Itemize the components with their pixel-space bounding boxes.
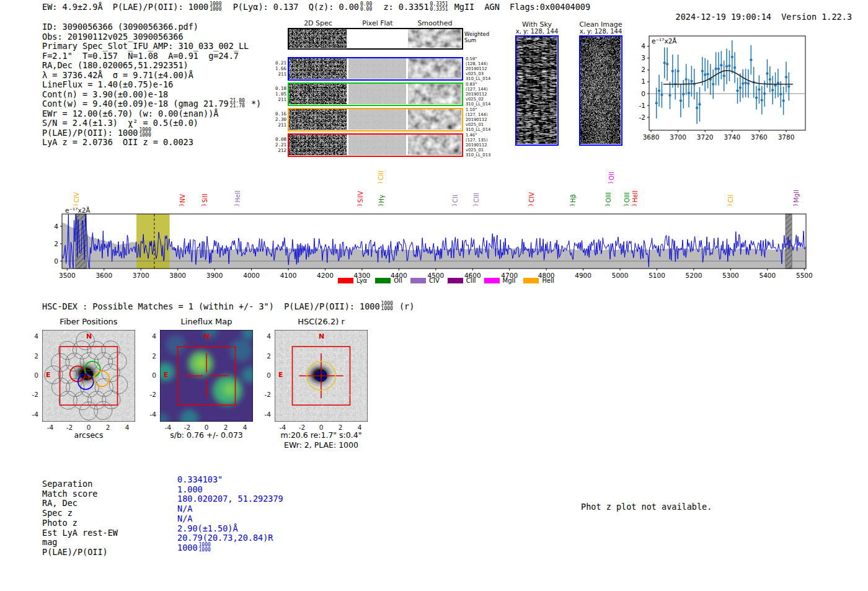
info-line-1: Obs: 20190112v025_3090056366 — [42, 32, 261, 42]
emission-line-label-OIII: OIII} — [604, 182, 613, 207]
svg-text:4000: 4000 — [243, 272, 260, 279]
emission-line-label-CIV: CIV} — [527, 182, 536, 207]
info-line-8-fraction: 21.8021.78 — [230, 99, 245, 109]
legend-item-CIV: CIV — [410, 277, 440, 284]
spec2d-image-noise — [289, 135, 347, 155]
report-header-meta: 2024-12-19 19:00:14 Version 1.22.3 — [655, 2, 852, 32]
svg-text:4200: 4200 — [317, 272, 334, 279]
emission-line-label-NV: NV} — [178, 182, 187, 207]
emission-line-label-HeII: HeII} — [631, 182, 639, 207]
header-text: P(Lyα): 0.137 Q(z): 0.00 — [223, 2, 358, 12]
info-line-12-text: LyA z = 2.0736 OII z = 0.0023 — [42, 137, 193, 147]
info-line-7-text: Cont(n) = 3.90(±0.00)e-18 — [42, 89, 168, 99]
info-line-8: Cont(w) = 9.40(±0.09)e-18 (gmag 21.7921.… — [42, 99, 261, 109]
svg-text:2: 2 — [641, 66, 645, 73]
svg-text:0: 0 — [54, 257, 58, 265]
info-line-2-text: Primary Spec_Slot_IFU_AMP: 310_033_002_L… — [42, 41, 249, 51]
spectrum-units-annotation: e⁻¹⁷x2Å — [65, 207, 91, 214]
detection-info-block: ID: 3090056366 (3090056366.pdf)Obs: 2019… — [42, 22, 261, 148]
spec2d-row-left-label: 0.162.30211 — [270, 111, 286, 128]
legend-swatch — [484, 278, 500, 283]
hsc-panel-image — [275, 330, 368, 422]
match-table-label-4: Photo z — [42, 518, 118, 528]
svg-text:3700: 3700 — [133, 272, 149, 279]
legend-item-OII: OII — [375, 277, 402, 284]
info-line-9: EWr = 12.00(±6.70) (w: 0.00(±nan))Å — [42, 109, 261, 119]
header-fraction: 0.000.00 — [360, 2, 372, 12]
svg-text:4900: 4900 — [575, 272, 591, 279]
match-value-6-text: 20.79(20.73,20.84)R — [177, 533, 273, 543]
info-line-2: Primary Spec_Slot_IFU_AMP: 310_033_002_L… — [42, 42, 261, 51]
info-line-8-text: Cont(w) = 9.40(±0.09)e-18 (gmag 21.79 — [42, 99, 229, 109]
lineflux-panel-image — [160, 330, 253, 422]
svg-text:5000: 5000 — [612, 272, 629, 279]
spec2d-image-smooth — [408, 58, 461, 79]
info-line-4-text: RA,Dec (180.020065,51.292351) — [42, 60, 188, 70]
svg-text:0: 0 — [641, 90, 645, 97]
emission-line-label-CII: CII} — [451, 182, 459, 207]
east-label: E — [278, 371, 283, 379]
lineflux-xlabel: s/b: 0.76 +/- 0.073 — [151, 430, 262, 440]
match-table-value-2: 180.020207, 51.292379 — [177, 494, 283, 504]
spec2d-image-flat — [348, 135, 406, 155]
cutout-ytick: 4 — [260, 332, 271, 340]
info-line-5: λ = 3736.42Å σ = 9.71(±4.00)Å — [42, 71, 261, 81]
match-value-5-text: 2.90(±1.50)Å — [177, 523, 238, 533]
info-line-3-text: F=2.1" T=0.157 N=1.08 A=0.91 g=24.7 — [42, 51, 239, 61]
svg-text:3900: 3900 — [206, 272, 223, 279]
cutout-ytick: 2 — [27, 352, 38, 360]
info-line-11-text: P(LAE)/P(OII): 1000 — [42, 128, 138, 138]
spec2d-image-noise — [289, 84, 347, 104]
header-text: EW: 4.9±2.9Å P(LAE)/P(OII): 1000 — [42, 2, 208, 12]
north-label: N — [204, 332, 210, 340]
svg-text:-2: -2 — [639, 113, 645, 121]
info-line-8-text: *) — [246, 99, 261, 109]
svg-text:3760: 3760 — [751, 133, 768, 141]
match-table-value-0: 0.334103" — [177, 475, 283, 485]
spec2d-col-header-2: Pixel Flat — [348, 19, 407, 27]
spec2d-image-smooth — [408, 109, 461, 130]
header-fraction: 0.33510.3351 — [430, 2, 448, 12]
spec2d-row-right-label: 0.59"(128, 144)20190112v025_03310_LL_014 — [466, 56, 497, 81]
legend-swatch — [410, 278, 426, 283]
svg-text:3: 3 — [641, 54, 645, 61]
spec2d-image-noise — [289, 29, 347, 48]
svg-text:3800: 3800 — [169, 272, 186, 279]
legend-label: MgII — [503, 277, 516, 284]
legend-item-Lyα: Lyα — [338, 277, 367, 284]
svg-text:5400: 5400 — [760, 272, 776, 279]
cutout-ytick: -4 — [27, 411, 38, 418]
match-table-value-7: 100010001000 — [177, 543, 283, 553]
info-line-0-text: ID: 3090056366 (3090056366.pdf) — [42, 22, 198, 32]
spec2d-image-smooth — [408, 29, 461, 48]
fiber-positions-title: Fiber Positions — [42, 317, 135, 326]
spec2d-row-right-label: 1.10"(127, 144)20190112v025_01310_LL_014 — [466, 107, 497, 132]
hsc-dex-match-line: HSC-DEX : Possible Matches = 1 (within +… — [42, 301, 414, 312]
spec2d-image-flat — [348, 29, 406, 48]
info-line-10-text: S/N = 2.4(±1.3) χ² = 0.5(±0.0) — [42, 118, 198, 128]
match-table-value-5: 2.90(±1.50)Å — [177, 524, 283, 534]
emission-line-label-SiIV: SiIV} — [356, 182, 365, 207]
match-table-label-5: Est LyA rest-EW — [42, 528, 118, 538]
fiber-panel-image — [42, 330, 135, 422]
emission-line-label-CIII: CIII} — [472, 182, 480, 207]
match-table-value-3: N/A — [177, 504, 283, 514]
match-value-2-text: 180.020207, 51.292379 — [177, 494, 283, 504]
match-value-7-text: 1000 — [177, 543, 198, 553]
match-table-label-3: Spec z — [42, 509, 118, 518]
legend-label: Lyα — [356, 277, 367, 284]
spec2d-image-flat — [348, 84, 406, 104]
cutout-ytick: 2 — [260, 352, 271, 360]
legend-item-MgII: MgII — [484, 277, 516, 284]
spec2d-row-right-label: 1.46"(127, 135)20190112v025_01310_LL_013 — [466, 133, 497, 158]
cutout-ytick: 2 — [145, 352, 156, 360]
east-label: E — [46, 371, 51, 379]
spec2d-row-left-label: 0.181.05211 — [270, 86, 286, 102]
cutout-ytick: 0 — [260, 371, 271, 379]
info-line-4: RA,Dec (180.020065,51.292351) — [42, 61, 261, 71]
cutout-ytick: -4 — [145, 411, 156, 418]
info-line-1-text: Obs: 20190112v025_3090056366 — [42, 32, 184, 42]
info-line-6-text: LineFlux = 1.40(±0.75)e-16 — [42, 79, 173, 89]
match-table-label-7: P(LAE)/P(OII) — [42, 548, 118, 558]
spec2d-col-header-1: 2D Spec — [289, 19, 347, 27]
